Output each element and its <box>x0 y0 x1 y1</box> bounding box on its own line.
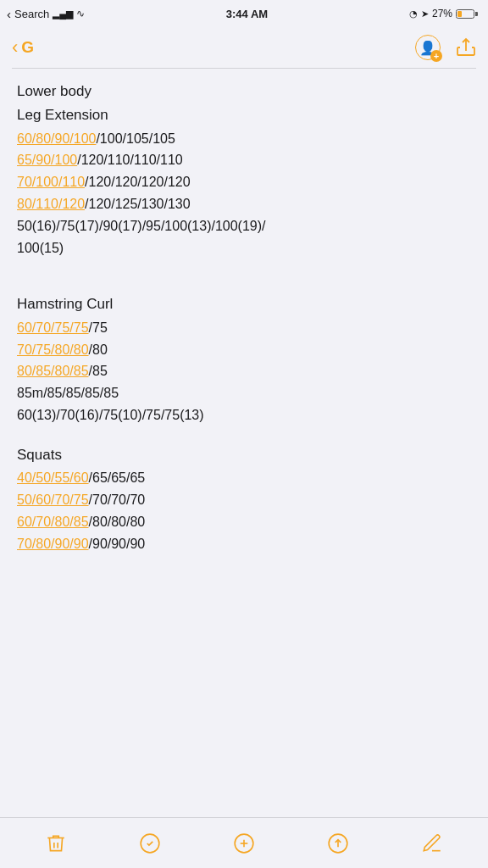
wifi-icon: ∿ <box>76 8 85 19</box>
linked-text: 70/75/80/80 <box>17 342 89 357</box>
status-time: 3:44 AM <box>226 8 268 20</box>
bottom-toolbar <box>0 817 488 868</box>
status-bar: ‹ Search ▂▄▆ ∿ 3:44 AM ◔ ➤ 27% <box>0 0 488 27</box>
plain-text: /120/120/120/120 <box>85 175 191 189</box>
arrow-up-circle-icon <box>327 832 349 854</box>
list-item: 85m/85/85/85/85 <box>17 383 471 404</box>
plain-text: /120/110/110/110 <box>77 153 183 167</box>
back-chevron: ‹ <box>7 7 11 21</box>
trash-icon <box>45 832 67 854</box>
check-icon <box>139 832 161 854</box>
status-right: ◔ ➤ 27% <box>409 8 478 19</box>
linked-text: 50/60/70/75 <box>17 492 89 507</box>
spacer <box>17 427 471 444</box>
list-item: 60/80/90/100/100/105/105 <box>17 129 471 150</box>
linked-text: 40/50/55/60 <box>17 470 89 485</box>
battery-percent: 27% <box>432 8 452 19</box>
plus-icon <box>233 832 255 854</box>
list-item: 50(16)/75(17)/90(17)/95/100(13)/100(19)/ <box>17 216 471 237</box>
plain-text: 60(13)/70(16)/75(10)/75/75(13) <box>17 408 204 422</box>
battery-icon <box>456 9 478 19</box>
plain-text: /90/90/90 <box>89 537 146 551</box>
plain-text: /100/105/105 <box>96 131 175 146</box>
lock-icon: ◔ <box>409 8 418 19</box>
back-label: G <box>21 38 34 57</box>
location-icon: ➤ <box>421 8 429 19</box>
back-chevron-icon: ‹ <box>12 38 18 57</box>
linked-text: 60/70/80/85 <box>17 515 89 529</box>
spacer <box>17 259 471 276</box>
plain-text: /85 <box>89 364 108 378</box>
share-icon <box>456 37 476 58</box>
main-content: Lower body Leg Extension 60/80/90/100/10… <box>0 69 488 567</box>
section-hamstring-curl: Hamstring Curl 60/70/75/75/75 70/75/80/8… <box>17 293 471 426</box>
nav-bar: ‹ G 👤 + <box>0 27 488 68</box>
list-item: 60(13)/70(16)/75(10)/75/75(13) <box>17 405 471 426</box>
spacer <box>17 276 471 293</box>
list-item: 70/75/80/80/80 <box>17 340 471 361</box>
list-item: 65/90/100/120/110/110/110 <box>17 150 471 171</box>
plain-text: /80/80/80 <box>89 515 146 529</box>
plain-text: /120/125/130/130 <box>85 197 191 211</box>
linked-text: 65/90/100 <box>17 153 77 167</box>
plain-text: 50(16)/75(17)/90(17)/95/100(13)/100(19)/ <box>17 219 266 233</box>
linked-text: 70/80/90/90 <box>17 537 89 551</box>
plain-text: /65/65/65 <box>89 470 146 485</box>
plain-text: 100(15) <box>17 241 64 255</box>
plain-text: 85m/85/85/85/85 <box>17 386 119 400</box>
list-item: 60/70/80/85/80/80/80 <box>17 512 471 533</box>
compose-button[interactable] <box>318 823 358 864</box>
list-item: 80/110/120/120/125/130/130 <box>17 194 471 215</box>
share-button[interactable] <box>456 37 476 58</box>
status-left: ‹ Search ▂▄▆ ∿ <box>7 7 85 21</box>
back-button[interactable]: ‹ G <box>12 38 34 57</box>
list-item: 70/100/110/120/120/120/120 <box>17 172 471 193</box>
list-item: 60/70/75/75/75 <box>17 318 471 339</box>
linked-text: 70/100/110 <box>17 175 85 189</box>
plain-text: /70/70/70 <box>89 492 146 507</box>
hamstring-curl-title: Hamstring Curl <box>17 293 471 315</box>
delete-button[interactable] <box>36 823 76 864</box>
list-item: 80/85/80/85/85 <box>17 361 471 382</box>
list-item: 100(15) <box>17 238 471 259</box>
list-item: 70/80/90/90/90/90/90 <box>17 534 471 555</box>
plain-text: /75 <box>89 320 108 335</box>
lower-body-title: Lower body <box>17 81 471 103</box>
add-person-button[interactable]: 👤 + <box>413 33 442 62</box>
signal-bars: ▂▄▆ <box>53 8 73 19</box>
edit-icon <box>421 832 443 854</box>
check-button[interactable] <box>130 823 170 864</box>
add-button[interactable] <box>224 823 264 864</box>
list-item: 40/50/55/60/65/65/65 <box>17 468 471 489</box>
plus-badge-icon: + <box>430 50 442 62</box>
edit-button[interactable] <box>412 823 452 864</box>
linked-text: 80/85/80/85 <box>17 364 89 378</box>
leg-extension-title: Leg Extension <box>17 104 471 126</box>
carrier-label: Search <box>14 8 49 20</box>
linked-text: 60/80/90/100 <box>17 131 96 146</box>
section-lower-body: Lower body Leg Extension 60/80/90/100/10… <box>17 81 471 259</box>
linked-text: 80/110/120 <box>17 197 85 211</box>
squats-title: Squats <box>17 444 471 466</box>
linked-text: 60/70/75/75 <box>17 320 89 335</box>
list-item: 50/60/70/75/70/70/70 <box>17 490 471 511</box>
section-squats: Squats 40/50/55/60/65/65/65 50/60/70/75/… <box>17 444 471 555</box>
plain-text: /80 <box>89 342 108 357</box>
nav-right-actions: 👤 + <box>413 33 476 62</box>
